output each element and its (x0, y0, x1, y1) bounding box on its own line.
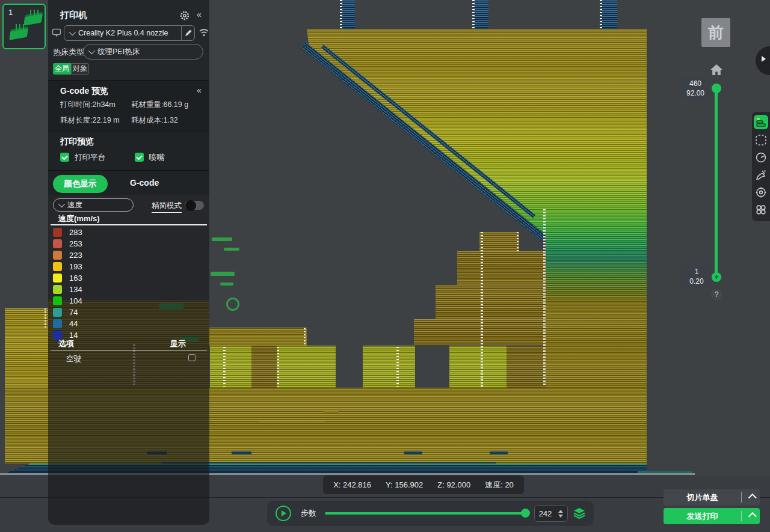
chevron-up-icon (748, 512, 757, 520)
send-print-label: 发送打印 (664, 511, 741, 522)
preview-mode-button[interactable] (754, 115, 768, 129)
checkbox-plate-label: 打印平台 (75, 153, 106, 162)
simple-mode-toggle[interactable] (185, 201, 204, 210)
model-stair-step (479, 232, 519, 251)
speed-view-button[interactable] (754, 151, 768, 164)
legend-swatch (53, 274, 62, 283)
slice-plate-button[interactable]: 切片单盘 (664, 489, 760, 506)
steps-label: 步数 (301, 508, 316, 519)
model-pillar (251, 346, 277, 388)
model-seam (277, 347, 279, 387)
color-scheme-select[interactable]: 速度 (53, 198, 134, 212)
device-monitor-button[interactable] (754, 168, 768, 182)
gear-icon[interactable] (179, 10, 190, 21)
thumbnail-model-pins (30, 10, 38, 16)
layer-stack-icon[interactable] (573, 507, 585, 519)
checkbox-print-plate[interactable]: 打印平台 (60, 152, 106, 163)
tab-object[interactable]: 对象 (71, 63, 89, 75)
stat-filament-cost: 耗材成本:1.32 (131, 115, 178, 126)
print-preview-title: 打印预览 (60, 136, 94, 147)
right-toolbar (752, 112, 770, 221)
model-pillar (507, 346, 546, 388)
thumbnail-model-pins (16, 24, 24, 30)
wifi-icon[interactable] (199, 28, 209, 37)
home-icon[interactable] (710, 64, 723, 76)
steps-slider-handle[interactable] (521, 509, 530, 518)
layer-slider-bottom-handle[interactable]: + (712, 272, 721, 282)
legend-item: 253 (53, 238, 82, 249)
thumbnail-model-icon (23, 14, 43, 26)
model-navy-dash (404, 451, 422, 454)
slice-options-dropdown[interactable] (742, 495, 760, 501)
step-number-input[interactable]: 242 (534, 505, 568, 522)
plate-settings-button[interactable] (754, 133, 768, 147)
bed-type-select[interactable]: 纹理PEI热床 (83, 44, 203, 60)
left-panel: 打印机 « Creality K2 Plus 0.4 nozzle 热床类型 纹… (48, 0, 209, 525)
print-options-dropdown[interactable] (742, 513, 760, 519)
step-player-bar: 步数 242 (267, 501, 594, 526)
legend-item: 283 (53, 227, 82, 238)
model-pillar (277, 346, 336, 388)
legend-swatch (53, 319, 62, 328)
nozzle-status-bar: X: 242.816 Y: 156.902 Z: 92.000 速度: 20 (323, 475, 524, 494)
apps-button[interactable] (754, 203, 768, 216)
legend-item: 163 (53, 272, 82, 284)
legend-item: 74 (53, 307, 78, 318)
legend-item: 104 (53, 295, 82, 307)
thumbnail-model-icon (9, 28, 28, 40)
calibration-button[interactable] (754, 186, 768, 199)
model-stair-step (457, 251, 546, 285)
panel-collapse-icon[interactable]: « (197, 10, 202, 19)
model-seam (223, 347, 226, 387)
legend-item: 193 (53, 261, 82, 272)
play-button[interactable] (276, 506, 291, 521)
print-preview-section: 打印预览 打印平台 喷嘴 颜色显示 G-code (48, 132, 209, 195)
stepper-up-icon[interactable] (558, 510, 563, 513)
legend-swatch (53, 285, 62, 294)
gcode-collapse-icon[interactable]: « (197, 85, 202, 95)
model-seam (481, 232, 483, 387)
travel-checkbox[interactable] (188, 354, 196, 361)
stepper-down-icon[interactable] (558, 515, 563, 518)
layer-slider-top-handle[interactable] (712, 84, 721, 93)
options-header: 选项 (58, 338, 74, 349)
chevron-down-icon (69, 29, 76, 35)
checkbox-checked-icon (60, 153, 69, 162)
legend-swatch (53, 308, 62, 317)
send-print-button[interactable]: 发送打印 (664, 508, 760, 524)
model-green-mark (220, 283, 233, 286)
checkbox-nozzle[interactable]: 喷嘴 (135, 152, 165, 163)
legend-item: 44 (53, 318, 78, 329)
steps-slider[interactable] (325, 512, 528, 515)
bed-type-label: 热床类型 (53, 47, 84, 58)
printer-select[interactable]: Creality K2 Plus 0.4 nozzle (64, 25, 182, 41)
model-stair-step (436, 285, 546, 319)
status-y: Y: 156.902 (386, 480, 423, 489)
layer-bottom-value: 1 (695, 267, 699, 277)
help-icon[interactable]: ? (711, 289, 722, 300)
tab-color-display[interactable]: 颜色显示 (53, 175, 108, 193)
model-thin-line (259, 421, 325, 422)
stat-filament-weight: 耗材重量:66.19 g (131, 100, 188, 110)
printer-section: 打印机 « Creality K2 Plus 0.4 nozzle 热床类型 纹… (48, 0, 209, 80)
model-pillar (363, 346, 415, 388)
step-stepper[interactable] (556, 510, 565, 518)
model-thin-line (324, 411, 338, 413)
model-seam (396, 347, 399, 387)
chevron-down-icon (58, 201, 65, 207)
tab-global[interactable]: 全局 (53, 63, 71, 75)
stat-filament-length: 耗材长度:22.19 m (60, 115, 120, 126)
apps-icon (755, 204, 767, 216)
model-green-mark (224, 248, 239, 251)
legend-swatch (53, 251, 62, 260)
tab-gcode[interactable]: G-code (130, 178, 159, 188)
plate-number: 1 (8, 8, 13, 17)
plate-thumbnail[interactable]: 1 (2, 4, 46, 49)
viewcube-front[interactable]: 前 (701, 18, 730, 47)
gauge-icon (755, 151, 767, 164)
slice-plate-label: 切片单盘 (664, 492, 741, 503)
layers-list-icon (756, 117, 766, 127)
model-mid-band (209, 328, 307, 346)
layer-slider-track[interactable] (715, 88, 718, 277)
edit-printer-button[interactable] (182, 25, 195, 41)
